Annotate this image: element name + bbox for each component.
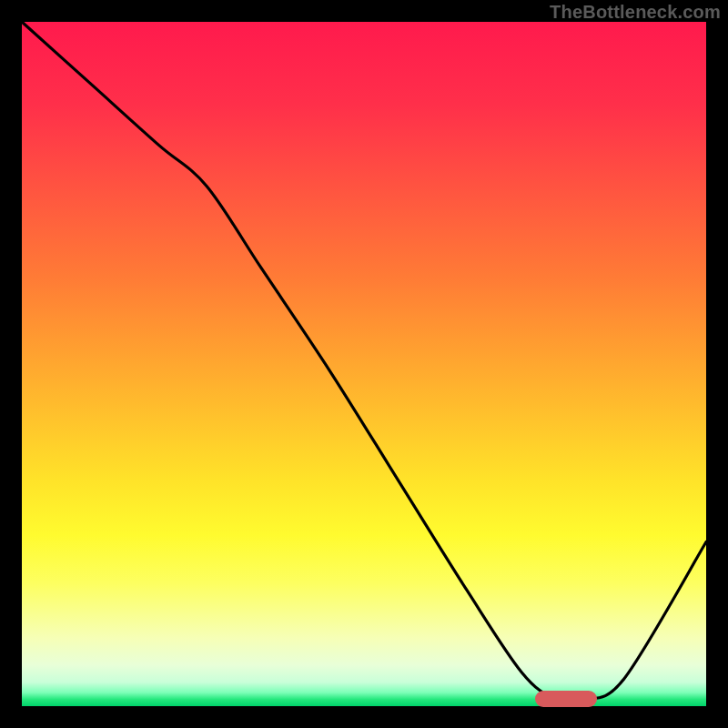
watermark-text: TheBottleneck.com [550, 2, 721, 23]
bottleneck-curve [22, 22, 706, 706]
optimal-range-marker [535, 691, 597, 707]
chart-frame: TheBottleneck.com [0, 0, 728, 728]
chart-plot-area [22, 22, 706, 706]
